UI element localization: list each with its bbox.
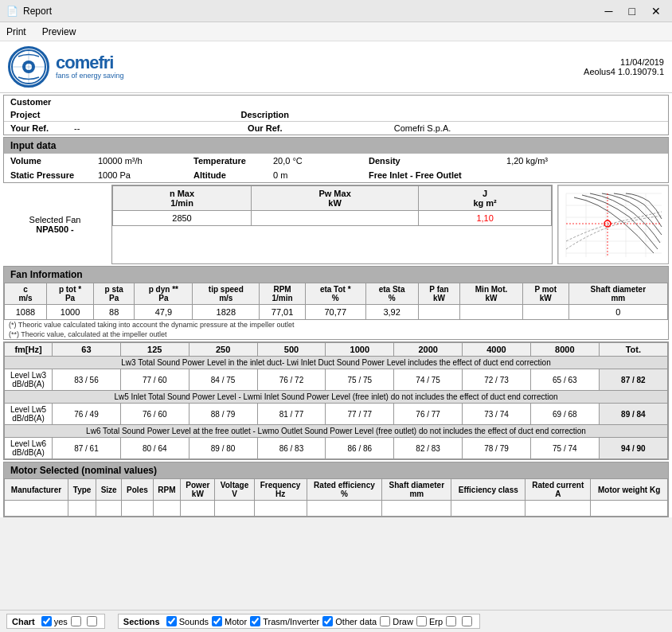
lw6-header-row: Lw6 Total Sound Power Level at the free … xyxy=(5,425,668,438)
window-icon: 📄 xyxy=(6,6,18,17)
customer-value xyxy=(68,96,668,108)
close-button[interactable]: ✕ xyxy=(647,5,666,18)
trasm-item[interactable]: Trasm/Inverter xyxy=(250,616,319,626)
other-data-label: Other data xyxy=(335,617,377,626)
lw6-data-row: Level Lw6 dB/dB(A) 87 / 61 80 / 64 89 / … xyxy=(5,438,668,459)
sounds-checkbox[interactable] xyxy=(166,616,177,626)
company-tagline: fans of energy saving xyxy=(56,72,124,80)
lw3-1000: 75 / 75 xyxy=(326,369,394,391)
lw6-label: Level Lw6 dB/dB(A) xyxy=(5,438,53,459)
chart-yes-item[interactable]: yes xyxy=(41,616,68,626)
col-j: J kg m² xyxy=(419,186,552,211)
catalogue-table-wrap: n Max 1/min Pw Max kW J kg m² xyxy=(111,185,553,264)
catalogue-section: Selected Fan NPA500 - n Max 1/min Pw Max… xyxy=(3,185,669,264)
fan-col-c: c m/s xyxy=(5,283,47,305)
lw3-125: 77 / 60 xyxy=(120,369,189,391)
lw5-tot: 89 / 84 xyxy=(599,404,667,425)
other-data-item[interactable]: Other data xyxy=(322,616,377,626)
lw6-header: Lw6 Total Sound Power Level at the free … xyxy=(5,425,668,438)
customer-label: Customer xyxy=(4,96,68,108)
sections-label: Sections xyxy=(123,617,160,626)
lw3-63: 83 / 56 xyxy=(53,369,121,391)
extra-checkbox1[interactable] xyxy=(446,616,456,626)
draw-checkbox[interactable] xyxy=(380,616,390,626)
fan-val-c: 1088 xyxy=(5,305,47,320)
motor-header-row: Manufacturer Type Size Poles RPM Power k… xyxy=(5,479,668,501)
maximize-button[interactable]: □ xyxy=(624,5,640,18)
static-pressure-value: 1000 Pa xyxy=(92,168,187,182)
lw3-tot: 87 / 82 xyxy=(599,369,667,391)
our-ref-label: Our Ref. xyxy=(143,122,388,135)
col-pw-max: Pw Max kW xyxy=(252,186,419,211)
chart-extra1[interactable] xyxy=(71,616,84,626)
fan-col-pfan: P fan kW xyxy=(418,283,460,305)
ref-row: Your Ref. -- Our Ref. Comefri S.p.A. xyxy=(4,122,668,135)
your-ref-label: Your Ref. xyxy=(4,122,68,135)
lw3-250: 84 / 75 xyxy=(189,369,257,391)
fan-val-pmot xyxy=(522,305,568,320)
minimize-button[interactable]: ─ xyxy=(600,5,618,18)
title-bar-left: 📄 Report xyxy=(6,6,52,17)
freq-125: 125 xyxy=(120,343,189,357)
chart-yes-checkbox[interactable] xyxy=(41,616,52,626)
extra-section1[interactable] xyxy=(446,616,459,626)
density-label: Density xyxy=(362,154,500,168)
lw6-1000: 86 / 86 xyxy=(326,438,394,459)
logo-text: comefri fans of energy saving xyxy=(56,54,124,80)
chart-group: Chart yes xyxy=(6,614,105,629)
trasm-checkbox[interactable] xyxy=(250,616,260,626)
motor-weight xyxy=(591,501,668,517)
project-label: Project xyxy=(4,108,68,122)
fan-col-etatot: eta Tot * % xyxy=(305,283,365,305)
volume-value: 10000 m³/h xyxy=(92,154,187,168)
freq-tot: Tot. xyxy=(599,343,667,357)
chart-extra2-checkbox[interactable] xyxy=(87,616,97,626)
col-n-max: n Max 1/min xyxy=(113,186,252,211)
motor-table: Manufacturer Type Size Poles RPM Power k… xyxy=(4,478,668,517)
lw5-8000: 69 / 68 xyxy=(530,404,599,425)
erp-checkbox[interactable] xyxy=(416,616,427,626)
motor-col-type: Type xyxy=(68,479,96,501)
motor-col-size: Size xyxy=(96,479,122,501)
logo-area: comefri fans of energy saving xyxy=(8,46,124,88)
fan-col-tipspeed: tip speed m/s xyxy=(193,283,260,305)
erp-label: Erp xyxy=(429,617,443,626)
description-label: Description xyxy=(143,108,388,122)
chart-extra1-checkbox[interactable] xyxy=(71,616,81,626)
motor-size xyxy=(96,501,122,517)
motor-section: Motor Selected (nominal values) Manufact… xyxy=(3,462,669,517)
motor-col-frequency: Frequency Hz xyxy=(254,479,307,501)
window-title: Report xyxy=(23,6,52,17)
lw6-tot: 94 / 90 xyxy=(599,438,667,459)
chart-extra2[interactable] xyxy=(87,616,100,626)
other-data-checkbox[interactable] xyxy=(322,616,333,626)
sounds-item[interactable]: Sounds xyxy=(166,616,209,626)
company-name: comefri xyxy=(56,54,124,72)
customer-section: Customer Project Description Your Ref. -… xyxy=(3,95,669,135)
selected-fan-box: Selected Fan NPA500 - xyxy=(3,185,107,264)
free-inlet-label: Free Inlet - Free Outlet xyxy=(362,168,668,182)
extra-checkbox2[interactable] xyxy=(462,616,472,626)
motor-rated-current xyxy=(525,501,591,517)
menu-print[interactable]: Print xyxy=(3,25,29,39)
draw-item[interactable]: Draw xyxy=(380,616,413,626)
report-date: 11/04/2019 xyxy=(584,57,664,67)
motor-checkbox[interactable] xyxy=(212,616,222,626)
header-date-version: 11/04/2019 Aeolus4 1.0.19079.1 xyxy=(584,57,664,76)
motor-manufacturer xyxy=(5,501,68,517)
catalogue-data-row: 2850 1,10 xyxy=(113,211,552,226)
motor-col-manufacturer: Manufacturer xyxy=(5,479,68,501)
bottom-bar: Chart yes Sections Sounds Motor Trasm/In… xyxy=(0,610,672,632)
erp-item[interactable]: Erp xyxy=(416,616,443,626)
extra-section2[interactable] xyxy=(462,616,475,626)
fan-val-pfan xyxy=(418,305,460,320)
freq-1000: 1000 xyxy=(326,343,394,357)
fan-col-minmot: Min Mot. kW xyxy=(460,283,522,305)
menu-preview[interactable]: Preview xyxy=(39,25,80,39)
freq-8000: 8000 xyxy=(530,343,599,357)
lw5-label: Level Lw5 dB/dB(A) xyxy=(5,404,53,425)
catalogue-header: n Max 1/min Pw Max kW J kg m² xyxy=(113,186,552,211)
motor-item[interactable]: Motor xyxy=(212,616,247,626)
fan-diagram xyxy=(557,185,669,264)
fan-val-psta: 88 xyxy=(94,305,135,320)
